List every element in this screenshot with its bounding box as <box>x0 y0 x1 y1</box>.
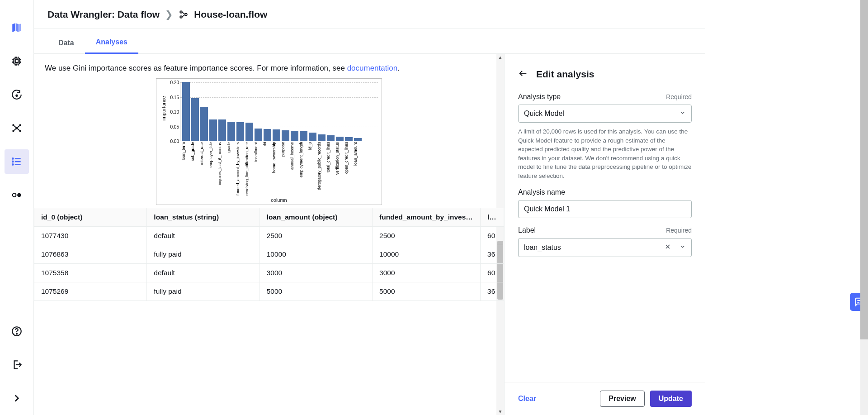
feature-importance-chart: importance 0.000.050.100.150.20 loan_ter… <box>156 78 382 205</box>
update-button[interactable]: Update <box>650 391 692 407</box>
column-header[interactable]: loan_status (string) <box>147 208 259 227</box>
chart-bar <box>336 137 344 141</box>
breadcrumb-file[interactable]: House-loan.flow <box>194 9 267 20</box>
x-tick-label: revolving_line_utilization_rate <box>245 142 253 196</box>
svg-point-12 <box>17 193 21 197</box>
x-tick-label: installment <box>254 142 262 196</box>
nav-item-hardware[interactable] <box>5 49 29 73</box>
chart-bar <box>309 133 316 141</box>
chart-bar <box>300 131 307 141</box>
flow-file-icon <box>179 10 189 19</box>
preview-button[interactable]: Preview <box>600 391 644 407</box>
chart-bar <box>273 129 280 141</box>
column-header[interactable]: id_0 (object) <box>34 208 147 227</box>
chart-bar <box>182 82 190 141</box>
chart-x-label: column <box>180 197 378 203</box>
chart-bar <box>327 135 335 141</box>
chevron-down-icon <box>679 243 686 252</box>
nav-item-reload[interactable] <box>5 82 29 107</box>
svg-point-16 <box>180 16 182 18</box>
column-header[interactable]: funded_amount_by_investors... <box>373 208 481 227</box>
table-row[interactable]: 1077430default2500250060 <box>34 227 504 245</box>
tab-data[interactable]: Data <box>47 39 85 53</box>
documentation-link[interactable]: documentation <box>347 64 398 72</box>
chart-bar <box>318 134 326 141</box>
nav-item-expand[interactable] <box>5 386 29 410</box>
x-tick-label: sub_grade <box>191 142 198 196</box>
x-tick-label: total_credit_lines <box>326 142 334 196</box>
analysis-description: We use Gini importance scores as feature… <box>34 64 504 75</box>
nav-item-list[interactable] <box>5 149 29 174</box>
label-select[interactable]: loan_status <box>518 238 692 257</box>
chart-bar <box>282 130 289 141</box>
logo-icon[interactable] <box>5 15 29 40</box>
svg-rect-0 <box>14 58 20 64</box>
edit-analysis-panel: Edit analysis Analysis type Required Qui… <box>504 54 705 415</box>
chart-bar <box>200 107 208 141</box>
breadcrumb: Data Wrangler: Data flow ❯ House-loan.fl… <box>47 9 267 20</box>
column-header[interactable]: loan_amount (object) <box>259 208 372 227</box>
x-tick-label: employer_title <box>209 142 217 196</box>
x-tick-label: inquires_last_6_months <box>218 142 226 196</box>
table-row[interactable]: 1075358default3000300060 <box>34 264 504 282</box>
analysis-name-label: Analysis name <box>518 188 565 196</box>
analysis-type-select[interactable]: Quick Model <box>518 105 692 123</box>
chart-bar <box>291 131 298 141</box>
svg-point-11 <box>13 193 16 197</box>
window-scrollbar[interactable] <box>860 0 868 415</box>
y-tick-label: 0.15 <box>170 95 179 100</box>
table-row[interactable]: 1075269fully paid5000500036 <box>34 282 504 301</box>
chart-bar <box>209 119 217 141</box>
svg-rect-1 <box>15 60 19 63</box>
x-tick-label: loan_term <box>182 142 189 196</box>
label-field-label: Label <box>518 226 536 234</box>
y-tick-label: 0.10 <box>170 110 179 114</box>
x-tick-label: verification_status <box>335 142 343 196</box>
svg-point-14 <box>16 333 17 334</box>
chart-bar <box>218 119 226 141</box>
nav-item-help[interactable] <box>5 319 29 343</box>
chart-bar <box>255 129 262 141</box>
y-tick-label: 0.20 <box>170 80 179 85</box>
x-tick-label: purpose <box>281 142 289 196</box>
x-tick-label: grade <box>227 142 235 196</box>
table-row[interactable]: 1076863fully paid100001000036 <box>34 245 504 264</box>
chart-bar <box>264 129 271 141</box>
left-nav-rail <box>0 0 34 415</box>
x-tick-label: dti <box>263 142 271 196</box>
analysis-type-description: A limit of 20,000 rows is used for this … <box>518 127 692 180</box>
x-tick-label: loan_amount <box>354 142 361 196</box>
x-tick-label: interest_rate <box>200 142 208 196</box>
column-header[interactable]: loan_ <box>481 208 504 227</box>
nav-item-pipeline[interactable] <box>5 183 29 207</box>
nav-item-graph[interactable] <box>5 116 29 140</box>
scroll-up-icon[interactable]: ▲ <box>496 54 504 61</box>
analysis-type-label: Analysis type <box>518 93 561 101</box>
x-tick-label: employment_length <box>299 142 307 196</box>
page-header: Data Wrangler: Data flow ❯ House-loan.fl… <box>34 0 705 29</box>
analysis-name-input[interactable]: Quick Model 1 <box>518 200 692 218</box>
svg-point-9 <box>12 161 13 162</box>
x-tick-label: home_ownership <box>272 142 280 196</box>
chevron-down-icon <box>679 110 686 118</box>
svg-point-17 <box>185 13 187 15</box>
back-arrow-icon[interactable] <box>518 68 528 80</box>
nav-item-logout[interactable] <box>5 353 29 377</box>
svg-point-8 <box>12 158 13 159</box>
scroll-down-icon[interactable]: ▼ <box>496 408 504 415</box>
x-tick-label: open_credit_lines <box>344 142 352 196</box>
breadcrumb-root[interactable]: Data Wrangler: Data flow <box>47 9 160 20</box>
clear-label-icon[interactable] <box>664 243 671 252</box>
tab-analyses[interactable]: Analyses <box>85 38 138 54</box>
x-tick-label: annual_income <box>290 142 298 196</box>
chart-bar <box>245 123 253 141</box>
chart-bar <box>227 122 235 141</box>
svg-point-2 <box>16 95 17 96</box>
data-preview-table: id_0 (object)loan_status (string)loan_am… <box>34 208 504 301</box>
svg-point-10 <box>12 164 13 165</box>
clear-button[interactable]: Clear <box>518 395 536 403</box>
chart-bar <box>191 98 199 141</box>
chart-bar <box>354 138 362 141</box>
analysis-content: ▲ ▼ We use Gini importance scores as fea… <box>34 54 504 415</box>
x-tick-label: funded_amount_by_investors <box>236 142 244 196</box>
